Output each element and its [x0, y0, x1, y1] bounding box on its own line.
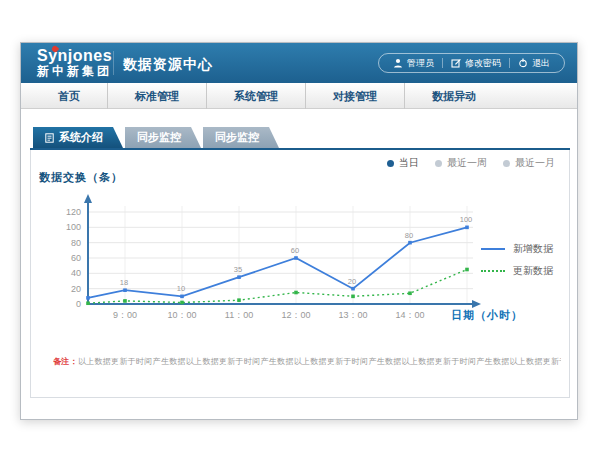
app-title: 数据资源中心 [123, 56, 213, 74]
svg-text:80: 80 [71, 238, 81, 248]
brand-logo[interactable]: Synjones 新中新集团 [37, 47, 112, 79]
svg-text:9：00: 9：00 [113, 310, 137, 320]
logout-label: 退出 [532, 57, 550, 70]
tab-sync-monitor-2[interactable]: 同步监控 [203, 127, 279, 148]
footnote: 备注：以上数据更新于时间产生数据以上数据更新于时间产生数据以上数据更新于时间产生… [53, 356, 561, 367]
svg-text:日期（小时）: 日期（小时） [451, 309, 523, 322]
legend-label: 更新数据 [513, 264, 553, 278]
svg-text:60: 60 [71, 253, 81, 263]
user-menu[interactable]: 管理员 [385, 57, 442, 70]
radio-last-month[interactable]: 最近一月 [503, 156, 555, 170]
tab-label: 同步监控 [215, 127, 259, 148]
svg-text:0: 0 [76, 299, 81, 309]
app-window: Synjones 新中新集团 数据资源中心 管理员 [20, 42, 578, 420]
tab-sync-monitor-1[interactable]: 同步监控 [125, 127, 201, 148]
radio-dot-icon [387, 160, 394, 167]
edit-icon [451, 58, 461, 68]
tab-system-intro[interactable]: 系统介绍 [33, 127, 123, 148]
svg-text:13：00: 13：00 [338, 310, 367, 320]
footnote-prefix: 备注： [53, 357, 78, 366]
content-panel: 当日 最近一周 最近一月 数据交换（条） 0204060801001209：00… [30, 150, 570, 398]
legend-item-new-data[interactable]: 新增数据 [481, 238, 553, 260]
legend-item-updated-data[interactable]: 更新数据 [481, 260, 553, 282]
user-toolbar: 管理员 修改密码 退出 [378, 53, 565, 73]
solid-line-swatch-icon [481, 248, 505, 250]
nav-item-home[interactable]: 首页 [31, 83, 107, 109]
power-icon [518, 58, 528, 68]
radio-today[interactable]: 当日 [387, 156, 419, 170]
nav-item-integration-management[interactable]: 对接管理 [305, 83, 404, 109]
user-label: 管理员 [407, 57, 434, 70]
radio-label: 最近一月 [515, 156, 555, 170]
change-password-button[interactable]: 修改密码 [443, 57, 509, 70]
svg-text:100: 100 [460, 215, 473, 224]
svg-text:60: 60 [291, 246, 299, 255]
svg-text:11：00: 11：00 [225, 310, 253, 320]
svg-text:12：00: 12：00 [281, 310, 310, 320]
header-divider [113, 51, 114, 75]
svg-text:100: 100 [66, 222, 81, 232]
tab-bar: 系统介绍 同步监控 同步监控 [33, 127, 577, 148]
svg-text:35: 35 [234, 265, 242, 274]
svg-text:40: 40 [71, 268, 81, 278]
svg-text:80: 80 [405, 231, 413, 240]
radio-dot-icon [435, 160, 442, 167]
radio-label: 当日 [399, 156, 419, 170]
logo-text: Synjones [37, 47, 112, 64]
legend-label: 新增数据 [513, 242, 553, 256]
nav-item-standard-management[interactable]: 标准管理 [107, 83, 206, 109]
user-icon [393, 58, 403, 68]
radio-last-week[interactable]: 最近一周 [435, 156, 487, 170]
svg-text:120: 120 [66, 207, 81, 217]
app-header: Synjones 新中新集团 数据资源中心 管理员 [21, 43, 577, 83]
radio-label: 最近一周 [447, 156, 487, 170]
svg-text:10: 10 [177, 284, 185, 293]
logout-button[interactable]: 退出 [510, 57, 558, 70]
document-icon [45, 133, 54, 143]
y-axis-title: 数据交换（条） [39, 170, 123, 185]
svg-text:20: 20 [348, 277, 356, 286]
tab-label: 系统介绍 [59, 127, 103, 148]
change-password-label: 修改密码 [465, 57, 501, 70]
svg-text:10：00: 10：00 [167, 310, 196, 320]
radio-dot-icon [503, 160, 510, 167]
main-nav: 首页 标准管理 系统管理 对接管理 数据异动 [21, 83, 577, 109]
tab-label: 同步监控 [137, 127, 181, 148]
logo-subtext: 新中新集团 [37, 64, 112, 79]
footnote-text: 以上数据更新于时间产生数据以上数据更新于时间产生数据以上数据更新于时间产生数据以… [78, 357, 561, 366]
chart-legend: 新增数据 更新数据 [481, 238, 553, 282]
dotted-line-swatch-icon [481, 270, 505, 272]
svg-text:20: 20 [71, 284, 81, 294]
nav-item-system-management[interactable]: 系统管理 [206, 83, 305, 109]
time-range-filter: 当日 最近一周 最近一月 [387, 156, 555, 170]
svg-text:18: 18 [120, 278, 128, 287]
nav-item-data-changes[interactable]: 数据异动 [404, 83, 503, 109]
svg-text:14：00: 14：00 [395, 310, 424, 320]
page-background: Synjones 新中新集团 数据资源中心 管理员 [0, 0, 600, 450]
